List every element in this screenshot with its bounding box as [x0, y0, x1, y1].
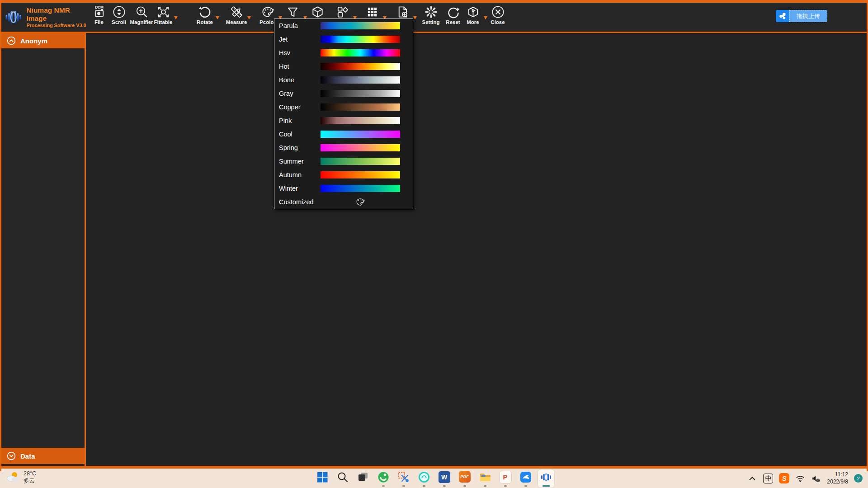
window-bottom-border [0, 466, 868, 469]
colormap-item-hsv[interactable]: Hsv [274, 46, 413, 60]
blue-bird-app-icon [519, 471, 532, 483]
taskbar-search-button[interactable] [335, 469, 351, 488]
colormap-label: Hsv [279, 49, 321, 56]
close-button[interactable]: Close [488, 5, 508, 32]
scroll-button[interactable]: Scroll [109, 5, 129, 32]
rotate-button[interactable]: Rotate [195, 5, 215, 32]
more-label: More [467, 19, 479, 25]
wifi-icon[interactable] [795, 474, 805, 483]
reset-button[interactable]: Reset [443, 5, 463, 32]
colormap-item-spring[interactable]: Spring [274, 141, 413, 155]
running-indicator [504, 485, 507, 487]
weather-condition: 多云 [24, 478, 36, 485]
drag-upload-button[interactable]: 拖拽上传 [776, 10, 827, 22]
browser-360-icon [377, 471, 390, 483]
colormap-item-gray[interactable]: Gray [274, 87, 413, 100]
speaker-muted-icon[interactable] [811, 474, 821, 483]
colormap-swatch-bone [321, 76, 400, 84]
taskbar-weather-widget[interactable]: 28°C 多云 [5, 470, 36, 485]
colormap-swatch-spring [321, 144, 400, 151]
reset-icon [446, 5, 460, 19]
scroll-label: Scroll [112, 19, 126, 25]
colormap-item-winter[interactable]: Winter [274, 182, 413, 195]
app-subtitle: Processing Software V3.0 [26, 23, 88, 28]
magnifier-button[interactable]: Magnifier [132, 5, 151, 32]
app-teal-button[interactable] [416, 469, 432, 488]
running-indicator [423, 485, 425, 487]
colormap-item-autumn[interactable]: Autumn [274, 168, 413, 182]
grid-icon [365, 5, 379, 19]
start-button[interactable] [314, 469, 330, 488]
colormap-swatch-pink [321, 117, 400, 124]
task-view-button[interactable] [355, 469, 371, 488]
dropdown-triangle-icon [174, 16, 178, 19]
pdf-button[interactable]: PDF [457, 469, 473, 488]
file-label: File [94, 19, 104, 25]
chevron-down-circle-icon [7, 451, 16, 460]
colormap-label: Pink [279, 117, 321, 124]
colormap-label: Autumn [279, 171, 321, 178]
colormap-item-parula[interactable]: Parula [274, 19, 413, 33]
sidebar-panel-data[interactable]: Data [1, 448, 85, 464]
powerpoint-button[interactable]: P [497, 469, 514, 488]
anonym-panel-label: Anonym [20, 37, 47, 45]
colormap-label: Customized [279, 198, 321, 206]
colormap-item-jet[interactable]: Jet [274, 33, 413, 46]
file-export-icon [396, 5, 410, 19]
pdf-icon: PDF [459, 471, 471, 483]
taskbar-clock[interactable]: 11:12 2022/9/8 [827, 471, 848, 485]
browser-360-button[interactable] [375, 469, 392, 488]
setting-button[interactable]: Setting [421, 5, 441, 32]
colormap-item-hot[interactable]: Hot [274, 60, 413, 73]
search-icon [336, 471, 349, 483]
powerpoint-icon: P [499, 471, 512, 483]
scroll-icon [112, 5, 126, 19]
gear-icon [424, 5, 438, 19]
taskbar-app-icons: W PDF P [314, 469, 554, 488]
close-label: Close [491, 19, 505, 25]
snip-tool-button[interactable] [396, 469, 412, 488]
active-app-indicator [542, 485, 550, 487]
colormap-item-bone[interactable]: Bone [274, 73, 413, 87]
colormap-swatch-copper [321, 103, 400, 111]
niumag-app-button[interactable] [538, 469, 554, 488]
colormap-swatch-jet [321, 36, 400, 43]
fittable-button[interactable]: Fittable [153, 5, 173, 32]
file-explorer-button[interactable] [477, 469, 493, 488]
sogou-input-icon[interactable]: S [779, 473, 789, 483]
left-sidebar: Anonym Data [0, 33, 86, 466]
colormap-swatch-gray [321, 90, 400, 97]
running-indicator [443, 485, 446, 487]
more-cube-icon [466, 5, 480, 19]
dcm-file-icon: DCM [92, 5, 106, 19]
windows-taskbar: 28°C 多云 [0, 469, 868, 488]
notification-badge[interactable]: 2 [854, 474, 863, 483]
weather-temperature: 28°C [24, 470, 36, 478]
reset-label: Reset [446, 19, 460, 25]
colormap-item-copper[interactable]: Copper [274, 100, 413, 114]
weather-cloud-sun-icon [5, 470, 20, 485]
file-button[interactable]: DCM File [89, 5, 109, 32]
folder-icon [479, 471, 491, 483]
colormap-swatch-parula [321, 22, 400, 29]
sidebar-panel-anonym[interactable]: Anonym [1, 33, 85, 48]
dropdown-triangle-icon [413, 16, 417, 19]
colormap-item-summer[interactable]: Summer [274, 155, 413, 168]
pcolor-label: Pcolor [259, 19, 276, 25]
colormap-item-pink[interactable]: Pink [274, 114, 413, 127]
tray-chevron-up-icon[interactable] [747, 474, 757, 483]
ime-indicator[interactable]: 中 [763, 474, 773, 483]
cube-icon [311, 5, 325, 19]
colormap-swatch-cool [321, 131, 400, 138]
chevron-up-circle-icon [7, 36, 16, 45]
colormap-label: Jet [279, 36, 321, 43]
app-blue-button[interactable] [518, 469, 534, 488]
measure-button[interactable]: Measure [226, 5, 246, 32]
word-button[interactable]: W [436, 469, 453, 488]
more-button[interactable]: More [463, 5, 483, 32]
colormap-label: Gray [279, 90, 321, 97]
colormap-label: Bone [279, 76, 321, 84]
colormap-item-cool[interactable]: Cool [274, 127, 413, 141]
colormap-item-customized[interactable]: Customized [274, 195, 413, 209]
teal-circle-app-icon [418, 471, 430, 483]
